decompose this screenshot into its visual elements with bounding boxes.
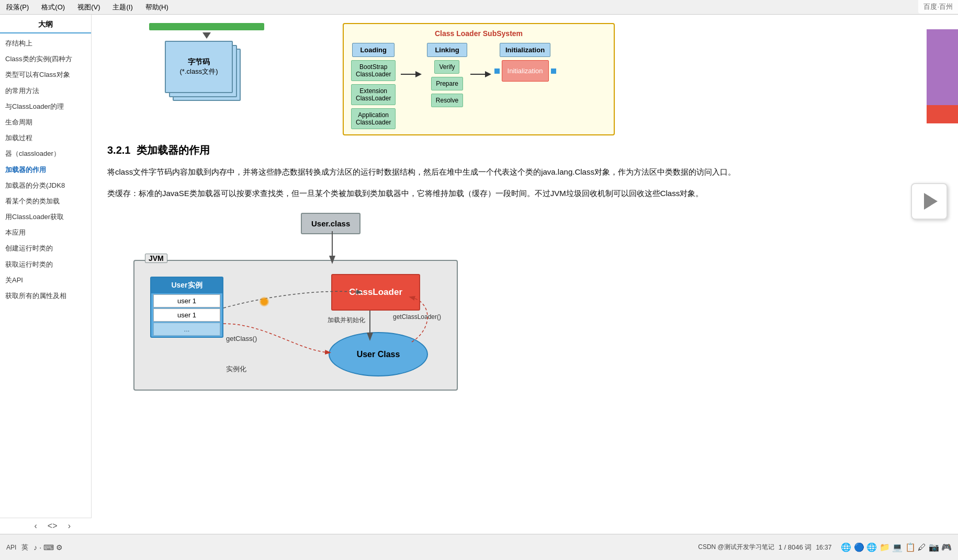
- cl-init-section: Initialization Initialization: [494, 43, 556, 82]
- cl-verify: Verify: [434, 60, 459, 74]
- sidebar-item-2[interactable]: 类型可以有Class对象: [0, 67, 91, 83]
- user-class-label: User.class: [311, 219, 350, 228]
- user-class-oval: User Class: [329, 332, 428, 376]
- cl-init-arrow-group: Initialization: [494, 60, 556, 82]
- user-instance-block: User实例 user 1 user 1 ...: [150, 277, 223, 338]
- section-heading: 3.2.1 类加载器的作用: [107, 143, 937, 157]
- play-icon: [924, 193, 938, 210]
- bytecode-label-1: 字节码: [188, 58, 210, 67]
- bytecode-label-2: (*.class文件): [180, 67, 218, 76]
- sidebar-title: 大纲: [0, 15, 91, 33]
- cl-loading-section: Loading BootStrap ClassLoader Extension …: [351, 43, 396, 129]
- cl-linking-label: Linking: [427, 43, 467, 57]
- menu-item-view[interactable]: 视图(V): [75, 2, 102, 13]
- user-row-3: ...: [153, 323, 220, 336]
- status-word-count: 1 / 8046 词: [779, 543, 812, 552]
- status-time: 16:37: [816, 544, 831, 551]
- jvm-container: JVM User实例 user 1 user 1 ... ClassLoader…: [133, 260, 458, 391]
- cl-init-dot: [494, 68, 500, 74]
- flow-green-bar: [149, 23, 264, 30]
- top-diagram-area: 字节码 (*.class文件) Class Loader SubSystem L…: [107, 23, 937, 138]
- watermark: 百度·百州: [918, 0, 958, 14]
- sidebar: 大纲 存结构上 Class类的实例(四种方 类型可以有Class对象 的常用方法…: [0, 15, 92, 534]
- sidebar-prev-button[interactable]: ‹: [34, 521, 37, 531]
- sidebar-item-3[interactable]: 的常用方法: [0, 83, 91, 99]
- sidebar-item-11[interactable]: 用ClassLoader获取: [0, 209, 91, 225]
- cl-init-box: Initialization: [502, 60, 549, 82]
- cl-arrow2: [467, 69, 494, 79]
- sidebar-item-13[interactable]: 创建运行时类的: [0, 241, 91, 256]
- flow-arrow-down: [202, 32, 211, 39]
- paragraph-2: 类缓存：标准的JavaSE类加载器可以按要求查找类，但一旦某个类被加载到类加载器…: [107, 186, 937, 200]
- cl-init-label: Initialization: [500, 43, 550, 57]
- sidebar-item-16[interactable]: 获取所有的属性及相: [0, 288, 91, 304]
- sidebar-item-1[interactable]: Class类的实例(四种方: [0, 51, 91, 67]
- cl-diagram-title: Class Loader SubSystem: [351, 29, 606, 38]
- instantiate-label: 实例化: [226, 364, 246, 374]
- status-bar: API 英 ♪ · ⌨ ⚙ CSDN @测试开发学习笔记 1 / 8046 词 …: [0, 534, 958, 560]
- section-title: 类加载器的作用: [137, 144, 210, 156]
- cl-init-dot2: [551, 68, 556, 74]
- cl-diagram-body: Loading BootStrap ClassLoader Extension …: [351, 43, 606, 129]
- sidebar-code-button[interactable]: <>: [48, 521, 58, 531]
- jvm-label: JVM: [145, 254, 167, 263]
- sidebar-item-5[interactable]: 生命周期: [0, 115, 91, 130]
- user-instance-header: User实例: [151, 278, 222, 293]
- section-number: 3.2.1: [107, 144, 130, 156]
- main-content: 字节码 (*.class文件) Class Loader SubSystem L…: [92, 15, 958, 534]
- menu-bar: 段落(P) 格式(O) 视图(V) 主题(I) 帮助(H): [0, 0, 958, 15]
- classloader-label: ClassLoader: [349, 287, 402, 298]
- flow-chart: 字节码 (*.class文件): [149, 23, 264, 109]
- status-icons: ♪ · ⌨ ⚙: [33, 543, 63, 552]
- menu-item-paragraph[interactable]: 段落(P): [4, 2, 31, 13]
- sidebar-nav: ‹ <> ›: [0, 518, 92, 534]
- user-row-2: user 1: [153, 308, 220, 322]
- status-lang: 英: [21, 543, 28, 552]
- sidebar-next-button[interactable]: ›: [68, 521, 71, 531]
- cl-arrow1: [396, 69, 427, 79]
- cl-extension: Extension ClassLoader: [351, 84, 396, 105]
- taskbar-icons: 🌐 🔵 🌐 📁 💻 📋 🖊 📷 🎮: [841, 542, 952, 552]
- sidebar-item-14[interactable]: 获取运行时类的: [0, 257, 91, 272]
- video-play-button[interactable]: [911, 183, 948, 220]
- cl-application: Application ClassLoader: [351, 108, 396, 129]
- status-api-label: API: [6, 544, 16, 551]
- sidebar-item-6[interactable]: 加载过程: [0, 130, 91, 146]
- load-init-label: 加载并初始化: [328, 316, 365, 325]
- main-diagram: User.class JVM User实例 user 1 user 1 ... …: [107, 208, 474, 396]
- getclass-label: getClass(): [226, 335, 257, 342]
- cl-loading-label: Loading: [352, 43, 395, 57]
- menu-item-help[interactable]: 帮助(H): [143, 2, 171, 13]
- sidebar-item-7[interactable]: 器（classloader）: [0, 146, 91, 162]
- paragraph-1: 将class文件字节码内容加载到内存中，并将这些静态数据转换成方法区的运行时数据…: [107, 165, 937, 179]
- status-left: API 英 ♪ · ⌨ ⚙: [6, 543, 63, 552]
- cl-prepare: Prepare: [431, 77, 463, 90]
- bytecode-box-front: 字节码 (*.class文件): [165, 41, 233, 93]
- sidebar-item-15[interactable]: 关API: [0, 272, 91, 288]
- getclassloader-label: getClassLoader(): [393, 313, 441, 321]
- menu-item-format[interactable]: 格式(O): [39, 2, 67, 13]
- sidebar-item-12[interactable]: 本应用: [0, 225, 91, 241]
- cl-linking-section: Linking Verify Prepare Resolve: [427, 43, 467, 107]
- menu-item-theme[interactable]: 主题(I): [110, 2, 134, 13]
- bytecode-stack: 字节码 (*.class文件): [165, 41, 249, 109]
- status-app-label: CSDN @测试开发学习笔记: [698, 543, 774, 552]
- user-row-1: user 1: [153, 294, 220, 307]
- sidebar-item-8[interactable]: 加载器的作用: [0, 162, 91, 178]
- sidebar-item-0[interactable]: 存结构上: [0, 36, 91, 51]
- user-class-oval-label: User Class: [357, 350, 400, 359]
- classloader-box: ClassLoader: [331, 274, 420, 311]
- sidebar-item-4[interactable]: 与ClassLoader的理: [0, 99, 91, 115]
- cl-resolve: Resolve: [431, 94, 463, 107]
- cl-bootstrap: BootStrap ClassLoader: [351, 60, 396, 81]
- sidebar-item-9[interactable]: 加载器的分类(JDK8: [0, 178, 91, 193]
- class-loader-diagram: Class Loader SubSystem Loading BootStrap…: [343, 23, 615, 135]
- user-class-box: User.class: [301, 213, 360, 234]
- status-right: CSDN @测试开发学习笔记 1 / 8046 词 16:37 🌐 🔵 🌐 📁 …: [698, 542, 952, 552]
- sidebar-item-10[interactable]: 看某个类的类加载: [0, 193, 91, 209]
